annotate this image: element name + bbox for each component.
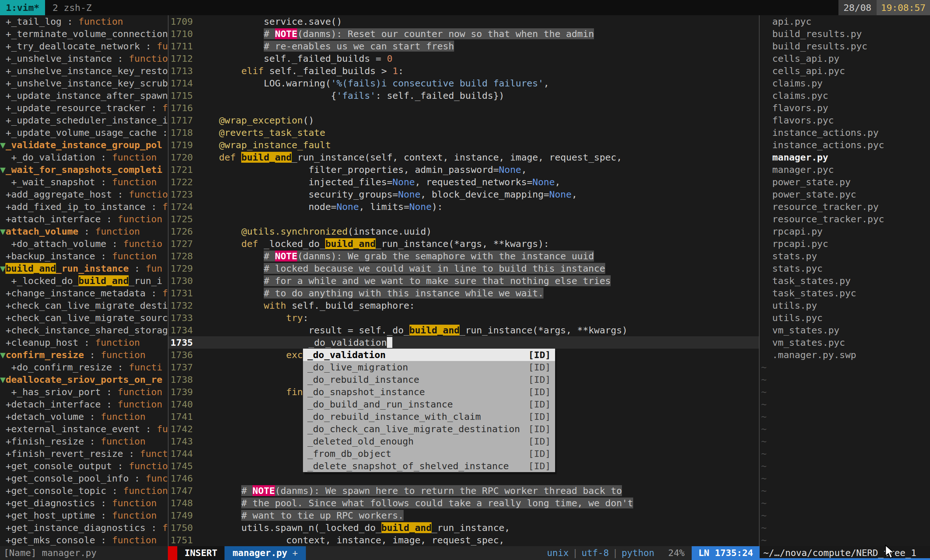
tagbar-row[interactable]: +_update_scheduler_instance_i [0, 114, 168, 126]
completion-item[interactable]: _do_build_and_run_instance[ID] [303, 398, 555, 410]
code-line[interactable]: try: [197, 312, 759, 324]
code-line[interactable]: context, instance, image, request_spec, [197, 534, 759, 546]
nerdtree-file[interactable]: flavors.pyc [761, 114, 930, 126]
code-line[interactable]: # locked because we could wait in line t… [197, 262, 759, 275]
code-line[interactable]: injected_files=None, requested_networks=… [197, 176, 759, 188]
tagbar-row[interactable]: +_unshelve_instance_key_scrub [0, 77, 168, 89]
code-line[interactable]: elif self._failed_builds > 1: [197, 65, 759, 77]
completion-item[interactable]: _do_validation[ID] [303, 349, 555, 361]
tagbar-row[interactable]: +get_console_output : functio [0, 460, 168, 472]
tagbar-row[interactable]: +get_console_pool_info : func [0, 472, 168, 485]
nerdtree-file[interactable]: task_states.py [761, 275, 930, 287]
tagbar-row[interactable]: +_terminate_volume_connection [0, 28, 168, 40]
tagbar-row[interactable]: +get_host_uptime : function [0, 509, 168, 522]
nerdtree-file[interactable]: power_state.py [761, 176, 930, 188]
tagbar-row[interactable]: +_update_instance_after_spawn [0, 89, 168, 102]
tagbar-row[interactable]: +_do_validation : function [0, 151, 168, 163]
tagbar-row[interactable]: +detach_volume : function [0, 410, 168, 423]
tagbar-row[interactable]: +detach_interface : function [0, 398, 168, 410]
tagbar-row[interactable]: ▼_validate_instance_group_pol [0, 139, 168, 151]
tagbar-row[interactable]: +attach_interface : function [0, 213, 168, 225]
tagbar-row[interactable]: +add_fixed_ip_to_instance : f [0, 200, 168, 213]
tagbar-row[interactable]: +_locked_do_build_and_run_i [0, 275, 168, 287]
tagbar-row[interactable]: +_unshelve_instance_key_resto [0, 65, 168, 77]
tmux-window-zsh[interactable]: 2 zsh-Z [51, 0, 93, 15]
tagbar-row[interactable]: +do_attach_volume : functio [0, 237, 168, 250]
code-line[interactable]: {'fails': self._failed_builds}) [197, 89, 759, 102]
nerdtree-file[interactable]: flavors.py [761, 102, 930, 114]
tmux-window-vim[interactable]: 1:vim* [0, 0, 45, 15]
nerdtree-file[interactable]: instance_actions.pyc [761, 139, 930, 151]
code-line[interactable]: @wrap_instance_fault [197, 139, 759, 151]
nerdtree-file[interactable]: stats.pyc [761, 262, 930, 275]
nerdtree-file[interactable]: .manager.py.swp [761, 349, 930, 361]
nerdtree-file[interactable]: vm_states.pyc [761, 336, 930, 349]
code-line[interactable]: filter_properties, admin_password=None, [197, 163, 759, 176]
code-line[interactable]: # want to tie up RPC workers. [197, 509, 759, 522]
code-line[interactable]: # re-enables us we can start fresh [197, 40, 759, 52]
nerdtree-file[interactable]: vm_states.py [761, 324, 930, 336]
tagbar-row[interactable]: +_update_volume_usage_cache : [0, 126, 168, 139]
completion-item[interactable]: _deleted_old_enough[ID] [303, 435, 555, 448]
nerdtree-file[interactable]: rpcapi.pyc [761, 237, 930, 250]
tagbar-row[interactable]: +finish_revert_resize : funct [0, 448, 168, 460]
tagbar-row[interactable]: +add_aggregate_host : functio [0, 188, 168, 200]
tagbar-row[interactable]: ▼attach_volume : function [0, 225, 168, 237]
code-line[interactable]: LOG.warning('%(fails)i consecutive build… [197, 77, 759, 89]
tagbar-row[interactable]: +_tail_log : function [0, 15, 168, 28]
tagbar-row[interactable]: +_has_sriov_port : function [0, 386, 168, 398]
tagbar-row[interactable]: +check_can_live_migrate_desti [0, 299, 168, 312]
tagbar-row[interactable]: +_update_resource_tracker : f [0, 102, 168, 114]
completion-item[interactable]: _do_live_migration[ID] [303, 361, 555, 373]
code-line[interactable] [197, 102, 759, 114]
completion-item[interactable]: _from_db_object[ID] [303, 448, 555, 460]
nerdtree-file[interactable]: api.pyc [761, 15, 930, 28]
code-line[interactable]: # NOTE(danms): We spawn here to return t… [197, 485, 759, 497]
code-line[interactable]: result = self._do_build_and_run_instance… [197, 324, 759, 336]
code-line[interactable]: node=None, limits=None): [197, 200, 759, 213]
code-line[interactable]: # the pool. Since what follows could tak… [197, 497, 759, 509]
nerdtree-file[interactable]: power_state.pyc [761, 188, 930, 200]
nerdtree-file[interactable]: manager.py [761, 151, 930, 163]
tagbar-row[interactable]: +backup_instance : function [0, 250, 168, 262]
tagbar-row[interactable]: +check_instance_shared_storag [0, 324, 168, 336]
tagbar-row[interactable]: +_unshelve_instance : functio [0, 52, 168, 65]
nerdtree-file[interactable]: instance_actions.py [761, 126, 930, 139]
code-line[interactable]: @reverts_task_state [197, 126, 759, 139]
completion-item[interactable]: _do_rebuild_instance[ID] [303, 373, 555, 386]
completion-item[interactable]: _do_check_can_live_migrate_destination[I… [303, 423, 555, 435]
tagbar-row[interactable]: +get_mks_console : function [0, 534, 168, 546]
tagbar-row[interactable]: ▼confirm_resize : function [0, 349, 168, 361]
code-line[interactable]: # NOTE(danms): Reset our counter now so … [197, 28, 759, 40]
tagbar-row[interactable]: +do_confirm_resize : functi [0, 361, 168, 373]
code-line[interactable]: utils.spawn_n(_locked_do_build_and_run_i… [197, 522, 759, 534]
nerdtree-file[interactable]: claims.pyc [761, 89, 930, 102]
tagbar-row[interactable]: +finish_resize : function [0, 435, 168, 448]
code-line[interactable]: # NOTE(danms): We grab the semaphore wit… [197, 250, 759, 262]
tagbar-row[interactable]: ▼deallocate_sriov_ports_on_re [0, 373, 168, 386]
nerdtree-file[interactable]: utils.pyc [761, 312, 930, 324]
code-line[interactable]: # for a while and we want to make sure t… [197, 275, 759, 287]
nerdtree-file[interactable]: resource_tracker.py [761, 200, 930, 213]
nerdtree-file[interactable]: rpcapi.py [761, 225, 930, 237]
tagbar-row[interactable]: +_try_deallocate_network : fu [0, 40, 168, 52]
tagbar-row[interactable]: +get_diagnostics : function [0, 497, 168, 509]
code-line[interactable]: with self._build_semaphore: [197, 299, 759, 312]
completion-popup[interactable]: _do_validation[ID]_do_live_migration[ID]… [303, 349, 555, 472]
completion-item[interactable]: _do_rebuild_instance_with_claim[ID] [303, 410, 555, 423]
code-line[interactable]: self._failed_builds = 0 [197, 52, 759, 65]
code-line[interactable]: _do_validation [197, 336, 759, 349]
code-line[interactable]: @utils.synchronized(instance.uuid) [197, 225, 759, 237]
code-line[interactable]: service.save() [197, 15, 759, 28]
tagbar-row[interactable]: ▼build_and_run_instance : fun [0, 262, 168, 275]
code-line[interactable]: def _locked_do_build_and_run_instance(*a… [197, 237, 759, 250]
tagbar-row[interactable]: ▼_wait_for_snapshots_completi [0, 163, 168, 176]
tagbar-row[interactable]: +check_can_live_migrate_sourc [0, 312, 168, 324]
code-line[interactable]: def build_and_run_instance(self, context… [197, 151, 759, 163]
completion-item[interactable]: _do_snapshot_instance[ID] [303, 386, 555, 398]
nerdtree-file[interactable]: cells_api.py [761, 52, 930, 65]
nerdtree-file[interactable]: resource_tracker.pyc [761, 213, 930, 225]
tagbar-row[interactable]: +external_instance_event : fu [0, 423, 168, 435]
nerdtree-file[interactable]: cells_api.pyc [761, 65, 930, 77]
nerdtree-file[interactable]: task_states.pyc [761, 287, 930, 299]
